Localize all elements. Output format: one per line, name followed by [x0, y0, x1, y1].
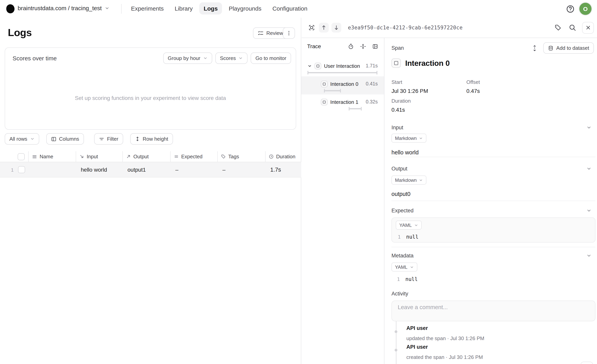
filter-button[interactable]: Filter	[94, 133, 123, 144]
column-header-duration[interactable]: Duration	[265, 151, 301, 162]
column-label: Expected	[181, 154, 202, 159]
scores-dropdown[interactable]: Scores	[215, 53, 248, 64]
tab-playgrounds[interactable]: Playgrounds	[224, 2, 266, 15]
comment-input[interactable]	[392, 301, 596, 321]
all-rows-dropdown[interactable]: All rows	[5, 133, 39, 144]
format-label: Markdown	[395, 135, 417, 141]
activity-action: updated the span · Jul 30 1:26 PM	[406, 335, 484, 341]
metadata-format-dropdown[interactable]: YAML	[392, 263, 417, 272]
database-icon	[548, 45, 553, 51]
column-label: Name	[40, 154, 53, 159]
column-label: Input	[87, 154, 98, 159]
columns-label: Columns	[59, 136, 79, 142]
scores-over-time-card: Scores over time Group by hour Scores Go…	[5, 47, 296, 130]
equals-icon	[174, 154, 179, 159]
scores-empty-message: Set up scoring functions in your experim…	[5, 95, 296, 101]
column-header-name[interactable]: Name	[28, 151, 76, 162]
expected-format-dropdown[interactable]: YAML	[396, 220, 422, 230]
review-label: Review	[266, 30, 283, 36]
trace-row-user-interaction[interactable]: User Interaction 1.71s	[301, 58, 384, 76]
logs-panel: Logs Review Scores over time Group by ho…	[0, 18, 301, 364]
row-height-button[interactable]: Row height	[130, 133, 173, 144]
trace-panel: Trace User Intera	[301, 38, 385, 364]
next-row-button[interactable]	[331, 23, 341, 32]
chevron-down-icon[interactable]	[586, 166, 591, 171]
tab-logs[interactable]: Logs	[199, 2, 222, 15]
row-checkbox[interactable]	[18, 166, 25, 173]
start-value: Jul 30 1:26 PM	[392, 88, 428, 94]
span-type-icon	[314, 62, 321, 69]
input-format-dropdown[interactable]: Markdown	[392, 134, 427, 143]
table-row[interactable]: 1 hello world output1 – – 1.7s	[0, 162, 301, 177]
metadata-label: Metadata	[392, 253, 414, 259]
cell-duration: 1.7s	[265, 162, 301, 177]
chevron-down-icon[interactable]	[586, 208, 591, 213]
group-by-dropdown[interactable]: Group by hour	[163, 53, 212, 64]
scores-card-title: Scores over time	[13, 55, 57, 61]
columns-icon	[51, 136, 56, 142]
trace-row-interaction-0[interactable]: Interaction 0 0.41s	[301, 76, 384, 94]
add-to-dataset-label: Add to dataset	[556, 45, 589, 51]
chevron-down-icon	[30, 137, 34, 141]
tab-library[interactable]: Library	[170, 2, 197, 15]
top-nav: braintrustdata.com / tracing_test Experi…	[0, 0, 597, 18]
trace-timeline-bar	[349, 108, 362, 109]
go-to-monitor-label: Go to monitor	[255, 55, 286, 61]
help-icon[interactable]	[566, 5, 575, 13]
scores-label: Scores	[220, 55, 236, 61]
expected-label: Expected	[392, 208, 414, 213]
more-options-button[interactable]	[283, 27, 295, 39]
chevron-down-icon[interactable]	[586, 253, 591, 258]
output-label: Output	[392, 166, 407, 172]
page-title: Logs	[8, 27, 32, 39]
tab-configuration[interactable]: Configuration	[268, 2, 312, 15]
column-header-expected[interactable]: Expected	[170, 151, 217, 162]
activity-user: API user	[406, 325, 428, 331]
tag-icon[interactable]	[553, 23, 563, 32]
output-format-dropdown[interactable]: Markdown	[392, 175, 427, 185]
panel-collapse-icon[interactable]	[372, 43, 378, 49]
span-title: Interaction 0	[405, 59, 450, 68]
column-header-input[interactable]: Input	[76, 151, 122, 162]
expand-frame-icon[interactable]	[307, 23, 316, 32]
nav-divider	[121, 4, 122, 14]
scroll-corner-button[interactable]	[581, 362, 593, 364]
select-all-checkbox[interactable]	[18, 153, 25, 160]
collapse-vertical-icon[interactable]	[360, 43, 366, 49]
column-header-tags[interactable]: Tags	[217, 151, 265, 162]
chevron-down-icon[interactable]	[307, 64, 312, 68]
section-divider	[392, 157, 596, 157]
chevron-down-icon	[414, 223, 418, 227]
stopwatch-icon[interactable]	[348, 43, 354, 49]
columns-button[interactable]: Columns	[46, 133, 84, 144]
previous-row-button[interactable]	[319, 23, 329, 32]
close-icon[interactable]	[582, 22, 594, 33]
column-header-output[interactable]: Output	[122, 151, 170, 162]
breadcrumb[interactable]: braintrustdata.com / tracing_test	[18, 5, 110, 11]
go-to-monitor-button[interactable]: Go to monitor	[251, 53, 291, 64]
kebab-icon	[286, 30, 292, 36]
tab-experiments[interactable]: Experiments	[127, 2, 168, 15]
add-to-dataset-button[interactable]: Add to dataset	[543, 42, 594, 54]
column-label: Duration	[276, 154, 295, 159]
trace-row-label: Interaction 0	[330, 81, 363, 87]
review-button[interactable]: Review	[253, 27, 288, 39]
row-height-icon	[135, 136, 140, 141]
filter-label: Filter	[107, 136, 118, 142]
move-vertical-icon[interactable]	[532, 45, 538, 51]
line-number: 1	[397, 276, 400, 282]
app-root: braintrustdata.com / tracing_test Experi…	[0, 0, 597, 364]
table-toolbar: All rows Columns Filter	[5, 133, 173, 144]
span-title-row: Interaction 0	[392, 58, 450, 68]
brand-logo-icon[interactable]	[6, 4, 15, 13]
chevron-down-icon[interactable]	[586, 125, 591, 130]
avatar[interactable]: O	[579, 3, 591, 15]
trace-row-interaction-1[interactable]: Interaction 1 0.32s	[301, 94, 384, 113]
filter-icon	[99, 136, 104, 142]
duration-label: Duration	[392, 98, 411, 104]
output-section-header: Output	[392, 166, 591, 172]
chevron-down-icon	[105, 6, 110, 10]
start-label: Start	[392, 79, 428, 85]
trace-row-duration: 1.71s	[366, 63, 378, 68]
search-icon[interactable]	[568, 23, 577, 32]
